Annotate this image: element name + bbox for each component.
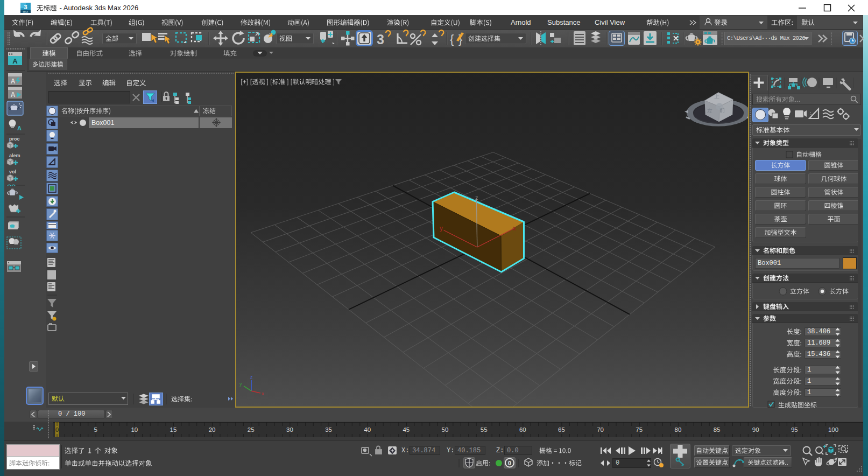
svg-text:y: y	[239, 381, 242, 387]
svg-text:z: z	[475, 194, 478, 201]
svg-text:y: y	[440, 225, 443, 232]
svg-text:x: x	[262, 391, 264, 396]
svg-text:x: x	[513, 225, 516, 232]
svg-text:z: z	[250, 374, 253, 380]
